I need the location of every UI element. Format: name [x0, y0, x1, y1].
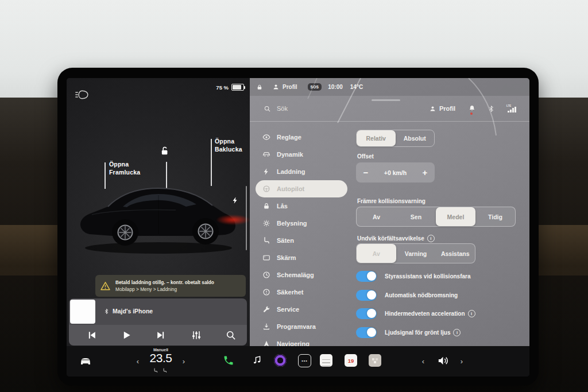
offset-increase-button[interactable]: + [415, 168, 435, 177]
lock-status-icon [256, 84, 263, 91]
controls-icon [262, 133, 270, 141]
obstacle-aware-accel-toggle[interactable] [356, 308, 377, 319]
ellipsis-icon: ••• [298, 354, 311, 367]
lane-departure-text: Undvik körfältsavvikelse [357, 235, 424, 242]
green-light-chime-toggle[interactable] [356, 327, 377, 338]
open-trunk-button[interactable]: Öppna Baklucka [215, 138, 242, 153]
lightning-icon [262, 168, 270, 176]
notifications-button[interactable] [468, 104, 476, 113]
sidebar-label: Lås [277, 203, 288, 209]
sidebar-label: Dynamik [277, 151, 303, 158]
calendar-app-button[interactable]: 19 [345, 354, 357, 367]
tab-absolut[interactable]: Absolut [396, 130, 435, 146]
forward-collision-options: Av Sen Medel Tidig [356, 207, 516, 227]
media-search-button[interactable] [225, 329, 237, 341]
auto-headlight-icon [75, 90, 90, 100]
notes-app-button[interactable] [320, 354, 332, 367]
wood-trim-left [0, 225, 61, 275]
launcher-bar: ‹ Manuell 23.5 › ••• [67, 346, 529, 377]
lock-icon [262, 202, 270, 210]
offset-value: +0 km/h [376, 169, 415, 176]
lane-departure-options: Av Varning Assistans [356, 243, 475, 263]
bluetooth-button[interactable] [488, 105, 495, 112]
profile-button[interactable]: Profil [283, 84, 297, 90]
previous-track-button[interactable] [86, 329, 98, 341]
sidebar-item-service[interactable]: Service [256, 301, 347, 318]
forward-collision-label: Främre kollisionsvarning [357, 198, 425, 204]
panel-scrollbar[interactable] [246, 186, 247, 250]
sidebar-item-autopilot[interactable]: Autopilot [256, 180, 347, 197]
wood-trim-right [535, 225, 588, 275]
photos-app-button[interactable] [369, 354, 381, 367]
search-bar[interactable]: Sök Profil LTE [250, 96, 529, 121]
play-button[interactable] [121, 329, 132, 341]
sidebar-item-programvara[interactable]: Programvara [256, 318, 347, 335]
fcw-option-av[interactable]: Av [357, 207, 396, 226]
fcw-option-sen[interactable]: Sen [396, 207, 436, 226]
sos-button[interactable]: SOS [308, 83, 322, 91]
charge-port-icon[interactable] [231, 196, 239, 204]
brightness-icon [262, 219, 270, 227]
info-icon[interactable]: i [427, 235, 435, 242]
seat-heater-right-icon[interactable] [162, 368, 168, 373]
battery-status: 75 % [216, 84, 244, 91]
battery-icon [231, 84, 244, 91]
lane-option-assistans[interactable]: Assistans [435, 244, 475, 263]
temp-increase-arrow[interactable]: › [180, 354, 187, 368]
volume-up-arrow[interactable]: › [458, 354, 465, 368]
header-divider [250, 121, 529, 122]
profile-menu-button[interactable]: Profil [439, 105, 455, 112]
photo-scene: 75 % Öppna Framlucka Öppna Baklucka [0, 0, 588, 392]
sidebar-item-saten[interactable]: Säten [256, 232, 347, 249]
fcw-option-medel[interactable]: Medel [436, 207, 475, 226]
volume-down-arrow[interactable]: ‹ [420, 354, 427, 368]
speed-mode-tabs: Relativ Absolut [356, 130, 435, 147]
info-icon[interactable]: i [453, 329, 461, 336]
browser-app-button[interactable] [274, 354, 287, 367]
warning-text-line2: Mobilapp > Meny > Laddning [115, 286, 214, 293]
tab-relativ[interactable]: Relativ [357, 130, 396, 146]
album-art[interactable] [70, 300, 95, 324]
sidebar-item-las[interactable]: Lås [256, 197, 347, 215]
volume-icon[interactable] [436, 354, 450, 367]
sidebar-label: Programvara [277, 323, 316, 330]
lane-option-av[interactable]: Av [357, 244, 396, 263]
phone-app-button[interactable] [223, 355, 234, 366]
clock-icon [262, 271, 270, 279]
fcw-option-tidig[interactable]: Tidig [475, 207, 515, 226]
emergency-braking-toggle[interactable] [356, 290, 377, 301]
sidebar-item-schemalagg[interactable]: Schemalägg [256, 266, 347, 284]
offset-label: Offset [357, 153, 374, 160]
sidebar-item-sakerhet[interactable]: Säkerhet [256, 284, 347, 301]
lane-option-varning[interactable]: Varning [396, 244, 436, 263]
sidebar-item-skarm[interactable]: Skärm [256, 249, 347, 266]
offset-stepper: − +0 km/h + [356, 162, 435, 183]
warning-triangle-icon [100, 281, 111, 292]
display-icon [262, 254, 270, 262]
sidebar-item-laddning[interactable]: Laddning [256, 163, 347, 180]
next-track-button[interactable] [155, 329, 167, 341]
media-controls [69, 325, 247, 346]
sidebar-item-belysning[interactable]: Belysning [256, 215, 347, 232]
outside-temperature-label: 14°C [350, 84, 363, 90]
media-now-playing[interactable]: Majd's iPhone [69, 298, 247, 325]
equalizer-button[interactable] [191, 329, 202, 341]
info-icon[interactable]: i [468, 310, 475, 317]
climate-temperature[interactable]: 23.5 [140, 351, 181, 365]
sidebar-item-reglage[interactable]: Reglage [256, 129, 347, 146]
sidebar-label: Skärm [277, 254, 296, 261]
sidebar-label: Belysning [277, 220, 307, 227]
car-icon [262, 150, 270, 158]
music-app-button[interactable] [252, 355, 262, 366]
more-apps-button[interactable]: ••• [298, 354, 311, 367]
media-device-name: Majd's iPhone [113, 308, 153, 315]
unlock-icon[interactable] [158, 145, 170, 157]
battery-percent-label: 75 % [216, 84, 229, 91]
steering-assist-toggle[interactable] [356, 271, 377, 282]
car-controls-button[interactable] [78, 354, 93, 368]
offset-decrease-button[interactable]: − [356, 168, 376, 177]
charging-warning-toast[interactable]: Betald laddning otillg. – kontr. obetalt… [95, 275, 246, 297]
toggle-label: Ljudsignal för grönt ljus [385, 329, 450, 336]
seat-heater-left-icon[interactable] [153, 368, 158, 373]
sidebar-item-dynamik[interactable]: Dynamik [256, 146, 347, 163]
